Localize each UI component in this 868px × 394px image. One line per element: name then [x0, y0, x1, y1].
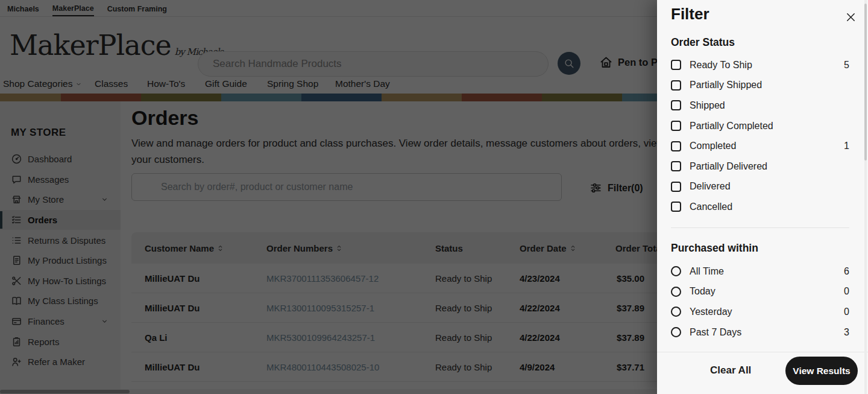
filter-option-count: 3 — [844, 327, 849, 338]
filter-option-label: Partially Shipped — [690, 80, 762, 91]
filter-option-all-time[interactable]: All Time6 — [671, 261, 849, 282]
radio-button[interactable] — [671, 266, 681, 276]
filter-option-partially-shipped[interactable]: Partially Shipped — [671, 75, 849, 96]
filter-option-label: Yesterday — [690, 307, 732, 317]
filter-option-count: 0 — [844, 286, 849, 297]
checkbox[interactable] — [671, 202, 681, 212]
filter-option-count: 5 — [844, 60, 849, 71]
checkbox[interactable] — [671, 121, 681, 131]
checkbox[interactable] — [671, 182, 681, 192]
filter-option-label: Completed — [690, 141, 736, 151]
filter-option-delivered[interactable]: Delivered — [671, 177, 849, 197]
filter-option-label: Today — [690, 286, 715, 297]
view-results-button[interactable]: View Results — [785, 357, 858, 385]
filter-option-label: Ready To Ship — [690, 60, 752, 71]
filter-option-yesterday[interactable]: Yesterday0 — [671, 302, 849, 322]
order-status-options: Ready To Ship5Partially ShippedShippedPa… — [671, 55, 849, 217]
purchased-within-options: All Time6Today0Yesterday0Past 7 Days3 — [671, 261, 849, 342]
radio-button[interactable] — [671, 287, 681, 297]
filter-option-label: All Time — [690, 266, 724, 277]
filter-option-past-7-days[interactable]: Past 7 Days3 — [671, 322, 849, 343]
filter-option-partially-delivered[interactable]: Partially Delivered — [671, 156, 849, 177]
order-status-heading: Order Status — [671, 36, 735, 49]
filter-option-shipped[interactable]: Shipped — [671, 95, 849, 116]
drawer-scrollbar-thumb[interactable] — [864, 4, 867, 160]
filter-option-label: Past 7 Days — [690, 327, 741, 338]
filter-option-label: Cancelled — [690, 202, 732, 212]
close-icon[interactable] — [842, 8, 859, 25]
purchased-within-heading: Purchased within — [671, 242, 758, 255]
filter-drawer-title: Filter — [671, 5, 709, 24]
filter-option-cancelled[interactable]: Cancelled — [671, 197, 849, 217]
filter-option-ready-to-ship[interactable]: Ready To Ship5 — [671, 55, 849, 75]
filter-option-completed[interactable]: Completed1 — [671, 136, 849, 156]
filter-option-count: 0 — [844, 307, 849, 317]
radio-button[interactable] — [671, 327, 681, 337]
filter-option-count: 1 — [844, 141, 849, 151]
filter-divider — [671, 227, 849, 228]
filter-option-partially-completed[interactable]: Partially Completed — [671, 116, 849, 136]
filter-drawer: Filter Order Status Ready To Ship5Partia… — [657, 0, 868, 394]
filter-option-count: 6 — [844, 266, 849, 277]
filter-option-label: Partially Delivered — [690, 161, 767, 172]
filter-option-label: Partially Completed — [690, 121, 773, 132]
checkbox[interactable] — [671, 60, 681, 70]
checkbox[interactable] — [671, 141, 681, 151]
radio-button[interactable] — [671, 307, 681, 317]
filter-option-today[interactable]: Today0 — [671, 282, 849, 302]
filter-option-label: Shipped — [690, 100, 725, 111]
checkbox[interactable] — [671, 80, 681, 91]
drawer-scrollbar[interactable] — [864, 0, 867, 394]
filter-drawer-footer: Clear All View Results — [657, 352, 868, 394]
makerplace-orders-page: MichaelsMakerPlaceCustom Framing MakerPl… — [0, 0, 868, 394]
clear-all-button[interactable]: Clear All — [710, 364, 751, 377]
checkbox[interactable] — [671, 161, 681, 171]
filter-option-label: Delivered — [690, 181, 731, 192]
checkbox[interactable] — [671, 100, 681, 110]
